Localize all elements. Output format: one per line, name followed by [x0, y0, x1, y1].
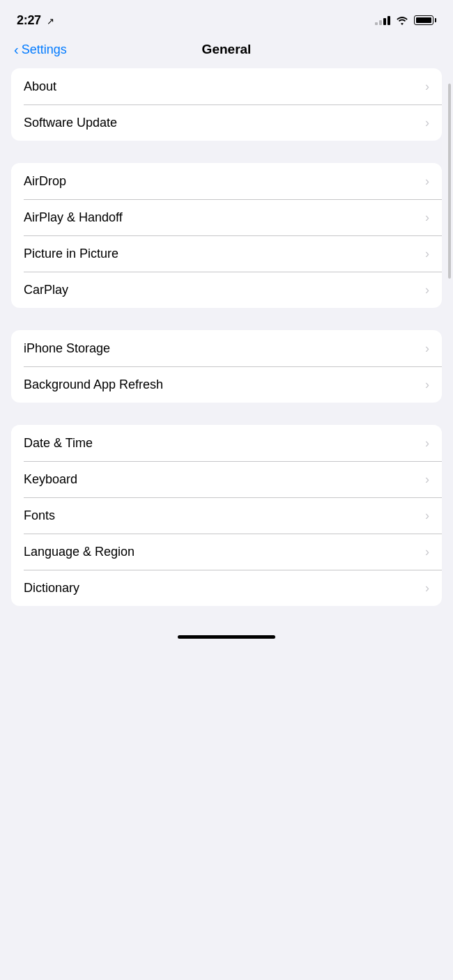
wifi-icon — [396, 15, 408, 25]
home-indicator — [0, 628, 453, 650]
background-app-refresh-chevron-icon: › — [425, 378, 429, 392]
airdrop-label: AirDrop — [24, 174, 66, 189]
status-bar: 2:27 ↗ — [0, 0, 453, 36]
language-region-chevron-icon: › — [425, 545, 429, 559]
software-update-item[interactable]: Software Update › — [11, 104, 442, 141]
settings-group-1: About › Software Update › — [11, 68, 442, 141]
airplay-handoff-chevron-icon: › — [425, 210, 429, 225]
home-indicator-bar — [178, 635, 275, 639]
fonts-label: Fonts — [24, 508, 55, 523]
about-chevron-icon: › — [425, 79, 429, 94]
airplay-handoff-item[interactable]: AirPlay & Handoff › — [11, 199, 442, 235]
iphone-storage-label: iPhone Storage — [24, 341, 110, 356]
picture-in-picture-chevron-icon: › — [425, 247, 429, 261]
page-title: General — [202, 42, 252, 57]
location-icon: ↗ — [47, 16, 54, 26]
keyboard-chevron-icon: › — [425, 472, 429, 487]
signal-icon — [375, 15, 390, 25]
dictionary-chevron-icon: › — [425, 581, 429, 596]
carplay-label: CarPlay — [24, 283, 68, 297]
keyboard-item[interactable]: Keyboard › — [11, 461, 442, 497]
airdrop-chevron-icon: › — [425, 174, 429, 189]
status-indicators — [375, 15, 436, 25]
settings-group-3: iPhone Storage › Background App Refresh … — [11, 330, 442, 403]
software-update-chevron-icon: › — [425, 116, 429, 130]
carplay-chevron-icon: › — [425, 283, 429, 297]
battery-icon — [414, 15, 436, 25]
iphone-storage-item[interactable]: iPhone Storage › — [11, 330, 442, 366]
scrollbar[interactable] — [448, 84, 451, 279]
back-button[interactable]: ‹ Settings — [14, 42, 67, 57]
language-region-label: Language & Region — [24, 545, 135, 559]
nav-header: ‹ Settings General — [0, 36, 453, 68]
airdrop-item[interactable]: AirDrop › — [11, 163, 442, 199]
dictionary-label: Dictionary — [24, 581, 79, 596]
software-update-label: Software Update — [24, 116, 117, 130]
keyboard-label: Keyboard — [24, 472, 77, 487]
picture-in-picture-item[interactable]: Picture in Picture › — [11, 235, 442, 272]
back-label: Settings — [22, 42, 67, 57]
date-time-chevron-icon: › — [425, 436, 429, 451]
about-label: About — [24, 79, 56, 94]
background-app-refresh-item[interactable]: Background App Refresh › — [11, 366, 442, 403]
carplay-item[interactable]: CarPlay › — [11, 272, 442, 308]
settings-group-4: Date & Time › Keyboard › Fonts › Languag… — [11, 425, 442, 606]
date-time-label: Date & Time — [24, 436, 93, 451]
status-time: 2:27 — [17, 13, 41, 27]
settings-group-2: AirDrop › AirPlay & Handoff › Picture in… — [11, 163, 442, 308]
settings-container: About › Software Update › AirDrop › AirP… — [0, 68, 453, 606]
language-region-item[interactable]: Language & Region › — [11, 534, 442, 570]
picture-in-picture-label: Picture in Picture — [24, 247, 118, 261]
date-time-item[interactable]: Date & Time › — [11, 425, 442, 461]
iphone-storage-chevron-icon: › — [425, 341, 429, 356]
about-item[interactable]: About › — [11, 68, 442, 104]
back-chevron-icon: ‹ — [14, 42, 19, 56]
fonts-chevron-icon: › — [425, 508, 429, 523]
fonts-item[interactable]: Fonts › — [11, 497, 442, 534]
dictionary-item[interactable]: Dictionary › — [11, 570, 442, 606]
airplay-handoff-label: AirPlay & Handoff — [24, 210, 123, 225]
status-time-area: 2:27 ↗ — [17, 13, 54, 28]
background-app-refresh-label: Background App Refresh — [24, 378, 163, 392]
